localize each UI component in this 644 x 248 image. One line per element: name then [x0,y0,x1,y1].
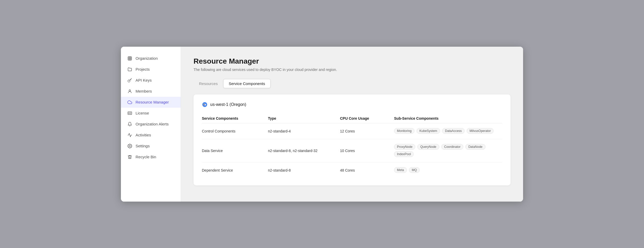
app-window: Organization Projects API Keys [121,47,523,202]
sub-service-badge: Coordinator [441,144,464,150]
tab-service-components[interactable]: Service Components [223,79,271,88]
cell-cpu-0: 12 Cores [340,123,394,139]
svg-point-2 [129,90,131,91]
cell-type-2: n2-standard-8 [268,162,340,178]
sidebar-item-organization-alerts[interactable]: Organization Alerts [121,119,181,130]
sidebar-label-organization: Organization [136,56,158,61]
id-card-icon [127,111,132,116]
gcp-icon [202,102,208,107]
sub-service-badge: ProxyNode [394,144,415,150]
table-row: Dependent Servicen2-standard-848 CoresMe… [202,162,502,178]
table-row: Data Servicen2-standard-8, n2-standard-3… [202,139,502,162]
sidebar-label-settings: Settings [136,144,150,148]
sidebar-item-organization[interactable]: Organization [121,53,181,64]
sub-service-badge: KubeSystem [417,128,440,134]
sub-service-badge: DataAccess [442,128,465,134]
sidebar-item-api-keys[interactable]: API Keys [121,75,181,86]
sidebar-item-license[interactable]: License [121,108,181,119]
cell-sub-services-2: MetaMQ [394,162,502,178]
col-header-cpu: CPU Core Usage [340,114,394,123]
sidebar-label-members: Members [136,89,152,93]
folder-icon [127,67,132,72]
svg-rect-0 [128,57,132,60]
page-subtitle: The following are cloud services used to… [194,68,511,72]
sidebar-item-settings[interactable]: Settings [121,141,181,152]
main-content: Resource Manager The following are cloud… [181,47,523,202]
cell-sub-services-0: MonitoringKubeSystemDataAccessMilvusOper… [394,123,502,139]
cell-type-1: n2-standard-8, n2-standard-32 [268,139,340,162]
settings-icon [127,143,132,149]
region-header: us-west-1 (Oregon) [202,102,502,107]
sidebar-label-api-keys: API Keys [136,78,152,82]
bell-icon [127,122,132,127]
building-icon [127,56,132,61]
sidebar-label-organization-alerts: Organization Alerts [136,122,169,126]
sub-service-badge: IndexPool [394,151,414,157]
sidebar-label-resource-manager: Resource Manager [136,100,169,104]
user-icon [127,89,132,94]
cell-service-0: Control Components [202,123,268,139]
tab-bar: Resources Service Components [194,79,511,88]
cell-cpu-1: 10 Cores [340,139,394,162]
sidebar-item-activities[interactable]: Activities [121,130,181,141]
service-components-table: Service Components Type CPU Core Usage S… [202,114,502,178]
cell-service-2: Dependent Service [202,162,268,178]
col-header-service: Service Components [202,114,268,123]
svg-rect-3 [128,112,132,114]
cell-type-0: n2-standard-4 [268,123,340,139]
sub-service-badge: Meta [394,167,407,173]
table-row: Control Componentsn2-standard-412 CoresM… [202,123,502,139]
sidebar-label-license: License [136,111,149,115]
sub-service-badge: DataNode [465,144,485,150]
sub-service-badge: MilvusOperator [467,128,494,134]
sub-service-badge: QueryNode [417,144,439,150]
sub-service-badge: MQ [409,167,420,173]
sidebar-label-activities: Activities [136,133,151,137]
sidebar-item-recycle-bin[interactable]: Recycle Bin [121,152,181,162]
tab-resources[interactable]: Resources [194,79,223,88]
svg-point-5 [129,145,131,147]
region-name: us-west-1 (Oregon) [210,102,246,107]
sidebar-item-projects[interactable]: Projects [121,64,181,75]
sidebar-label-projects: Projects [136,67,150,71]
sidebar-item-resource-manager[interactable]: Resource Manager [121,97,181,108]
col-header-sub-service: Sub-Service Components [394,114,502,123]
sidebar-item-members[interactable]: Members [121,86,181,97]
service-components-card: us-west-1 (Oregon) Service Components Ty… [194,94,511,185]
activity-icon [127,132,132,138]
page-title: Resource Manager [194,57,511,65]
cloud-icon [127,100,132,105]
col-header-type: Type [268,114,340,123]
sidebar: Organization Projects API Keys [121,47,181,202]
cell-sub-services-1: ProxyNodeQueryNodeCoordinatorDataNodeInd… [394,139,502,162]
trash-icon [127,154,132,160]
cell-cpu-2: 48 Cores [340,162,394,178]
sidebar-label-recycle-bin: Recycle Bin [136,155,156,159]
svg-point-6 [204,105,204,105]
key-icon [127,78,132,83]
svg-point-4 [129,113,130,113]
sub-service-badge: Monitoring [394,128,414,134]
cell-service-1: Data Service [202,139,268,162]
